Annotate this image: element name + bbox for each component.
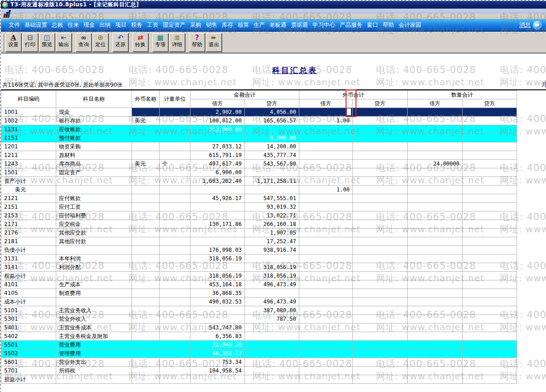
cell-fc_cr[interactable]	[353, 367, 408, 375]
cell-fc_cr[interactable]	[353, 220, 408, 229]
restore-button[interactable]: ↶还原	[112, 33, 128, 52]
cell-name[interactable]: 管理费用	[56, 349, 132, 358]
cell-name[interactable]: 所得税	[56, 367, 132, 375]
cell-amt_dr[interactable]: 27,033.12	[190, 142, 245, 151]
cell-amt_cr[interactable]: 8,000.00	[245, 134, 299, 142]
cell-fc_cr[interactable]	[353, 246, 408, 255]
cell-code[interactable]: 2171	[1, 220, 56, 229]
cell-code[interactable]: 成本小计	[1, 298, 56, 306]
table-row[interactable]: 4105制造费用36,868.35	[1, 289, 517, 298]
cell-code[interactable]: 1001	[1, 108, 56, 117]
cell-currency[interactable]	[132, 125, 160, 134]
cell-amt_cr[interactable]: 14,200.00	[245, 142, 299, 151]
cell-fc_cr[interactable]	[353, 315, 408, 323]
table-row[interactable]: 5601营业外支出753.34	[1, 358, 517, 367]
cell-amt_cr[interactable]: 318,056.19	[245, 263, 299, 272]
cell-unit[interactable]	[160, 375, 190, 384]
cell-code[interactable]: 1151	[1, 134, 56, 142]
cell-unit[interactable]	[160, 229, 190, 237]
cell-amt_cr[interactable]: 787.50	[245, 315, 299, 323]
cell-qty_dr[interactable]	[408, 306, 463, 315]
menu-item-payroll[interactable]: 工资	[145, 21, 161, 29]
menu-item-learning-center[interactable]: 学习中心	[310, 21, 337, 29]
cell-currency[interactable]	[132, 211, 160, 220]
cell-qty_cr[interactable]	[463, 220, 517, 229]
cell-amt_dr[interactable]: 176,098.03	[190, 246, 245, 255]
cell-currency[interactable]	[132, 298, 160, 306]
cell-unit[interactable]	[160, 117, 190, 125]
cell-currency[interactable]	[132, 168, 160, 177]
cell-qty_cr[interactable]	[463, 203, 517, 211]
cell-currency[interactable]: 美元	[132, 117, 160, 125]
cell-name[interactable]: 库存商品	[56, 160, 132, 168]
cell-fc_dr[interactable]	[299, 246, 353, 255]
table-row[interactable]: 1131应收账款353,006.60	[1, 125, 517, 134]
cell-qty_dr[interactable]	[408, 117, 463, 125]
cell-currency[interactable]	[132, 246, 160, 255]
cell-qty_cr[interactable]	[463, 358, 517, 367]
cell-qty_cr[interactable]	[463, 108, 517, 117]
cell-fc_cr[interactable]	[353, 375, 408, 384]
cell-currency[interactable]	[132, 358, 160, 367]
table-row[interactable]: 资产小计1,603,262.401,171,258.11	[1, 177, 517, 186]
cell-qty_cr[interactable]	[463, 237, 517, 246]
cell-amt_dr[interactable]	[190, 211, 245, 220]
cell-qty_dr[interactable]	[408, 341, 463, 349]
cell-qty_cr[interactable]	[463, 125, 517, 134]
cell-unit[interactable]: 个	[160, 160, 190, 168]
cell-unit[interactable]	[160, 186, 190, 194]
cell-name[interactable]: 生产成本	[56, 280, 132, 289]
cell-fc_cr[interactable]	[353, 332, 408, 341]
cell-currency[interactable]	[132, 108, 160, 117]
cell-amt_cr[interactable]: 266,160.18	[245, 220, 299, 229]
cell-qty_dr[interactable]	[408, 323, 463, 332]
cell-amt_dr[interactable]: 130,171.86	[190, 220, 245, 229]
cell-qty_dr[interactable]	[408, 255, 463, 263]
cell-amt_dr[interactable]: 753.34	[190, 358, 245, 367]
cell-amt_dr[interactable]: 45,926.17	[190, 194, 245, 203]
menu-item-help[interactable]: 帮助	[380, 21, 396, 29]
cell-currency[interactable]	[132, 280, 160, 289]
cell-code[interactable]: 5701	[1, 367, 56, 375]
cell-fc_dr[interactable]: 1.00	[299, 186, 353, 194]
cell-unit[interactable]	[160, 194, 190, 203]
cell-name[interactable]: 预付账款	[56, 134, 132, 142]
cell-qty_dr[interactable]	[408, 108, 463, 117]
cell-fc_cr[interactable]	[353, 255, 408, 263]
cell-currency[interactable]	[132, 323, 160, 332]
cell-name[interactable]: 主营业务收入	[56, 306, 132, 315]
cell-name[interactable]: 银行存款	[56, 117, 132, 125]
cell-amt_cr[interactable]: 496,473.49	[245, 280, 299, 289]
cell-code[interactable]: 1002	[1, 117, 56, 125]
cell-unit[interactable]	[160, 220, 190, 229]
cell-qty_dr[interactable]	[408, 358, 463, 367]
cell-fc_dr[interactable]	[299, 306, 353, 315]
cell-currency[interactable]	[132, 289, 160, 298]
cell-amt_dr[interactable]	[190, 306, 245, 315]
cell-amt_cr[interactable]	[245, 349, 299, 358]
menu-item-receivable-payable[interactable]: 往来	[65, 21, 81, 29]
detail-button[interactable]: ≣详细	[169, 33, 185, 52]
cell-qty_cr[interactable]	[463, 194, 517, 203]
cell-code[interactable]: 2181	[1, 237, 56, 246]
title-bar[interactable]: T3-用友通标准版10.8plus1 - [未记账科目汇总]	[0, 1, 546, 9]
cell-fc_dr[interactable]	[299, 332, 353, 341]
cell-code[interactable]: 1501	[1, 168, 56, 177]
cell-qty_cr[interactable]	[463, 168, 517, 177]
query-button[interactable]: ∞查询	[76, 33, 92, 52]
cell-amt_dr[interactable]	[190, 375, 245, 384]
cell-fc_dr[interactable]	[299, 151, 353, 160]
cell-name[interactable]: 其他应交款	[56, 229, 132, 237]
cell-qty_cr[interactable]	[463, 332, 517, 341]
cell-fc_cr[interactable]	[353, 194, 408, 203]
cell-code[interactable]: 负债小计	[1, 246, 56, 255]
cell-currency[interactable]	[132, 255, 160, 263]
cell-fc_cr[interactable]	[353, 289, 408, 298]
cell-amt_cr[interactable]: 4,056.00	[245, 108, 299, 117]
cell-unit[interactable]	[160, 349, 190, 358]
cell-amt_cr[interactable]: 435,777.74	[245, 151, 299, 160]
cell-name[interactable]: 利润分配	[56, 263, 132, 272]
cell-fc_dr[interactable]	[299, 341, 353, 349]
cell-fc_dr[interactable]	[299, 272, 353, 280]
table-row[interactable]: 权益小计318,056.19318,056.19	[1, 272, 517, 280]
